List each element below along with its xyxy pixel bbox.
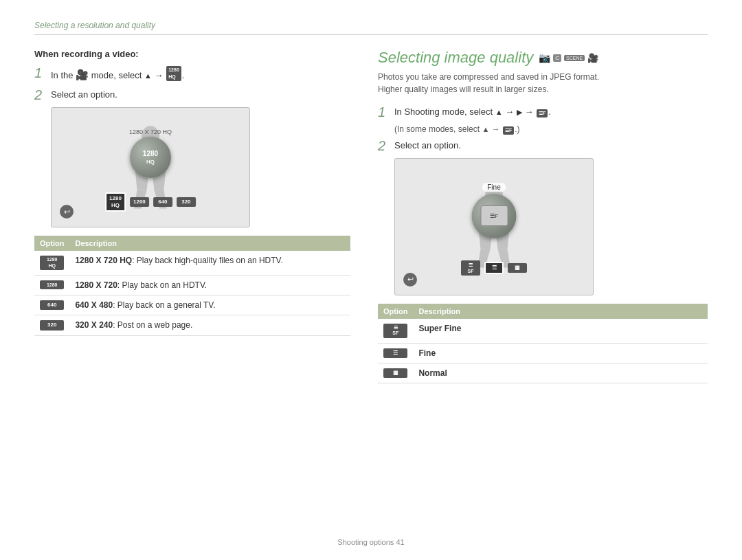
right-step-1-number: 1 bbox=[378, 105, 390, 119]
fine-opt-n: ▦ bbox=[508, 263, 527, 273]
right-step-1-sub: (In some modes, select ▲ → ☰F.) bbox=[394, 124, 708, 135]
dial-circle: 1280HQ bbox=[130, 137, 171, 178]
page-container: Selecting a resolution and quality When … bbox=[0, 0, 742, 560]
table-row: ▦ Normal bbox=[378, 363, 708, 383]
step-1: 1 In the 🎥 mode, select ▲ → 1280HQ. bbox=[34, 66, 350, 82]
row-icon: 1280 bbox=[34, 276, 69, 295]
f-desc-bold: Fine bbox=[418, 348, 436, 358]
right-subtitle: Photos you take are compressed and saved… bbox=[378, 71, 708, 96]
dial-text: 1280HQ bbox=[143, 150, 158, 166]
row-icon-badge: 1280 bbox=[40, 280, 64, 289]
fine-opt-sf: ☰SF bbox=[461, 260, 480, 276]
dial-container: 1280 X 720 HQ 1280HQ bbox=[129, 128, 172, 178]
table-row: 1280HQ 1280 X 720 HQ: Play back high-qua… bbox=[34, 251, 350, 275]
two-column-layout: When recording a video: 1 In the 🎥 mode,… bbox=[34, 49, 708, 383]
title-icons: 📷 C SCENE 🎥 bbox=[539, 52, 598, 63]
row-icon: 320 bbox=[34, 315, 69, 335]
left-column: When recording a video: 1 In the 🎥 mode,… bbox=[34, 49, 350, 383]
row-desc: 640 X 480: Play back on a general TV. bbox=[69, 295, 350, 315]
step-2: 2 Select an option. bbox=[34, 88, 350, 102]
row-icon-badge: 1280HQ bbox=[40, 256, 64, 270]
title-text: Selecting image quality bbox=[378, 49, 533, 67]
sf-icon-badge: ☰SF bbox=[383, 324, 407, 338]
row-icon-badge: 640 bbox=[40, 300, 64, 310]
right-step-2: 2 Select an option. bbox=[378, 139, 708, 153]
fine-options-row: ☰SF ☰ ▦ bbox=[461, 260, 527, 276]
right-table-header-row: Option Description bbox=[378, 304, 708, 319]
col-description: Description bbox=[69, 236, 350, 251]
options-row: 1280HQ 1200 640 320 bbox=[105, 192, 196, 212]
fine-dial-icon: ☰F bbox=[480, 205, 508, 226]
step-1-number: 1 bbox=[34, 66, 47, 80]
row-icon-badge: 320 bbox=[40, 320, 64, 330]
f-icon-badge: ☰ bbox=[383, 348, 407, 358]
fine-label: Fine bbox=[482, 183, 506, 192]
opt-badge-1200: 1200 bbox=[130, 197, 149, 207]
table-header-row: Option Description bbox=[34, 236, 350, 251]
footer-page: 41 bbox=[396, 538, 404, 546]
subtitle-line2: Higher quality images will result in lar… bbox=[378, 85, 549, 94]
right-col-description: Description bbox=[413, 304, 708, 319]
right-step-1: 1 In Shooting mode, select ▲ → ▶ → ☰F. bbox=[378, 105, 708, 119]
row-desc-bold: 1280 X 720 bbox=[75, 280, 117, 290]
right-step-2-number: 2 bbox=[378, 139, 390, 153]
n-icon-badge: ▦ bbox=[383, 368, 407, 378]
opt-badge-640: 640 bbox=[153, 197, 172, 207]
right-step-1-text: In Shooting mode, select ▲ → ▶ → ☰F. bbox=[394, 105, 551, 119]
sf-desc-bold: Super Fine bbox=[418, 324, 461, 333]
table-row: ☰ Fine bbox=[378, 343, 708, 363]
cam-icon2: C bbox=[553, 54, 561, 62]
subtitle-line1: Photos you take are compressed and saved… bbox=[378, 72, 599, 82]
row-desc-bold: 1280 X 720 HQ bbox=[75, 256, 132, 265]
opt-badge-320: 320 bbox=[177, 197, 196, 207]
table-row: 320 320 X 240: Post on a web page. bbox=[34, 315, 350, 335]
footer-text: Shooting options bbox=[337, 538, 394, 546]
camera-icon: 📷 bbox=[539, 52, 550, 63]
row-icon: ☰ bbox=[378, 343, 413, 363]
right-option-table: Option Description ☰SF Super Fine bbox=[378, 304, 708, 384]
row-desc: Fine bbox=[413, 343, 708, 363]
fine-preview-box: Fine ☰F ☰SF ☰ ▦ ↩ bbox=[394, 158, 594, 295]
video-preview-box: 1280 X 720 HQ 1280HQ 1280HQ 1200 640 320 bbox=[51, 107, 250, 227]
table-row: 640 640 X 480: Play back on a general TV… bbox=[34, 295, 350, 315]
row-desc-bold: 640 X 480 bbox=[75, 300, 113, 310]
row-icon: 640 bbox=[34, 295, 69, 315]
page-footer: Shooting options 41 bbox=[0, 538, 742, 546]
right-col-option: Option bbox=[378, 304, 413, 319]
subsection-heading: When recording a video: bbox=[34, 49, 350, 59]
table-row: 1280 1280 X 720: Play back on an HDTV. bbox=[34, 276, 350, 295]
scene-icon: SCENE bbox=[564, 55, 585, 61]
row-desc: Normal bbox=[413, 363, 708, 383]
step-2-number: 2 bbox=[34, 88, 47, 102]
left-option-table: Option Description 1280HQ 1280 X 720 HQ:… bbox=[34, 236, 350, 336]
row-icon: ▦ bbox=[378, 363, 413, 383]
n-desc-bold: Normal bbox=[418, 368, 447, 378]
row-desc: 1280 X 720 HQ: Play back high-quality fi… bbox=[69, 251, 350, 275]
row-icon: ☰SF bbox=[378, 319, 413, 343]
row-desc: 320 X 240: Post on a web page. bbox=[69, 315, 350, 335]
preview-inner: 1280 X 720 HQ 1280HQ 1280HQ 1200 640 320 bbox=[52, 108, 249, 227]
fine-dial-circle: ☰F bbox=[472, 194, 517, 238]
right-column: Selecting image quality 📷 C SCENE 🎥 Phot… bbox=[378, 49, 708, 383]
opt-badge-1280hq: 1280HQ bbox=[105, 192, 126, 212]
right-step-2-text: Select an option. bbox=[394, 139, 461, 153]
row-desc: 1280 X 720: Play back on an HDTV. bbox=[69, 276, 350, 295]
dial-label: 1280 X 720 HQ bbox=[129, 128, 172, 135]
fine-opt-f: ☰ bbox=[484, 262, 504, 274]
right-section-title: Selecting image quality 📷 C SCENE 🎥 bbox=[378, 49, 708, 67]
row-desc-bold: 320 X 240 bbox=[75, 320, 113, 330]
table-row: ☰SF Super Fine bbox=[378, 319, 708, 343]
fine-dial-container: Fine ☰F bbox=[472, 183, 517, 238]
video-mode-icon: 🎥 bbox=[587, 53, 598, 63]
section-title: Selecting a resolution and quality bbox=[34, 21, 708, 35]
row-desc: Super Fine bbox=[413, 319, 708, 343]
row-icon: 1280HQ bbox=[34, 251, 69, 275]
fine-back-button[interactable]: ↩ bbox=[403, 273, 417, 287]
col-option: Option bbox=[34, 236, 69, 251]
step-1-text: In the 🎥 mode, select ▲ → 1280HQ. bbox=[51, 66, 184, 82]
step-2-text: Select an option. bbox=[51, 88, 117, 102]
